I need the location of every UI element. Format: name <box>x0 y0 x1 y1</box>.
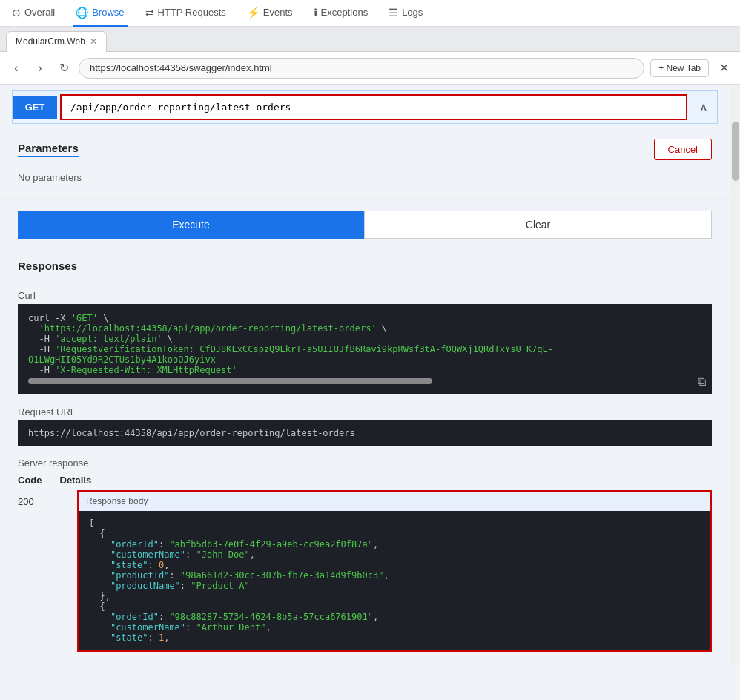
forward-button[interactable]: › <box>31 59 49 77</box>
nav-label-http: HTTP Requests <box>158 7 226 18</box>
response-table-header: Code Details <box>18 475 712 486</box>
rb-line-11: "customerName": "Arthur Dent", <box>89 622 700 633</box>
nav-item-http-requests[interactable]: ⇄ HTTP Requests <box>142 0 229 27</box>
back-button[interactable]: ‹ <box>7 59 25 77</box>
action-buttons: Execute Clear <box>18 211 712 239</box>
tab-close-icon[interactable]: ✕ <box>90 36 97 47</box>
rb-line-2: { <box>89 529 700 539</box>
tab-bar: ModularCrm.Web ✕ <box>0 27 740 52</box>
nav-item-logs[interactable]: ☰ Logs <box>386 0 426 27</box>
curl-line-3: -H 'accept: text/plain' \ <box>28 334 701 344</box>
overall-icon: ⊙ <box>12 7 21 19</box>
server-response-section: Server response Code Details 200 Respons… <box>18 458 712 652</box>
nav-item-exceptions[interactable]: ℹ Exceptions <box>311 0 371 27</box>
params-title: Parameters <box>18 142 79 157</box>
rb-line-8: }, <box>89 591 700 601</box>
params-section: Parameters Cancel No parameters <box>0 130 730 199</box>
curl-section: Curl curl -X 'GET' \ 'https://localhost:… <box>18 290 712 394</box>
rb-line-5: "state": 0, <box>89 560 700 570</box>
method-badge: GET <box>13 96 57 119</box>
rb-line-1: [ <box>89 518 700 529</box>
events-icon: ⚡ <box>247 7 260 19</box>
dock-icon[interactable]: ✕ <box>715 59 733 77</box>
request-url-box: https://localhost:44358/api/app/order-re… <box>18 420 712 446</box>
nav-label-events: Events <box>263 7 293 18</box>
response-body-container: Response body [ { "orderId": "abfb5db3-7… <box>77 490 712 652</box>
response-code: 200 <box>18 490 77 507</box>
responses-section: Responses <box>0 251 730 290</box>
nav-item-browse[interactable]: 🌐 Browse <box>73 0 127 27</box>
rb-line-9: { <box>89 601 700 612</box>
response-body-label: Response body <box>77 490 712 511</box>
server-response-label: Server response <box>18 458 712 469</box>
curl-line-2: 'https://localhost:44358/api/app/order-r… <box>28 323 701 334</box>
request-url-section: Request URL https://localhost:44358/api/… <box>18 406 712 446</box>
col-header-details: Details <box>60 475 92 486</box>
vertical-scrollbar[interactable] <box>730 85 740 664</box>
tab-label: ModularCrm.Web <box>16 36 85 47</box>
nav-item-events[interactable]: ⚡ Events <box>244 0 296 27</box>
no-params-text: No parameters <box>18 166 712 189</box>
refresh-button[interactable]: ↻ <box>55 59 73 77</box>
response-row: 200 Response body [ { "orderId": "abfb5d… <box>18 490 712 652</box>
request-url-label: Request URL <box>18 406 712 417</box>
browser-tab[interactable]: ModularCrm.Web ✕ <box>6 31 107 52</box>
nav-label-browse: Browse <box>92 7 124 18</box>
execute-button[interactable]: Execute <box>18 211 364 239</box>
curl-line-4: -H 'RequestVerificationToken: CfDJ8KLxCC… <box>28 344 701 365</box>
rb-line-7: "productName": "Product A" <box>89 581 700 591</box>
logs-icon: ☰ <box>389 7 398 19</box>
nav-label-exceptions: Exceptions <box>321 7 369 18</box>
responses-title: Responses <box>18 260 712 272</box>
rb-line-10: "orderId": "98c88287-5734-4624-8b5a-57cc… <box>89 612 700 622</box>
url-input[interactable] <box>79 58 644 79</box>
curl-line-5: -H 'X-Requested-With: XMLHttpRequest' <box>28 365 701 375</box>
curl-line-1: curl -X 'GET' \ <box>28 313 701 323</box>
swagger-panel: GET /api/app/order-reporting/latest-orde… <box>0 85 730 664</box>
horizontal-scrollbar[interactable] <box>28 378 432 384</box>
params-header: Parameters Cancel <box>18 139 712 160</box>
new-tab-button[interactable]: + New Tab <box>650 59 709 77</box>
cancel-button[interactable]: Cancel <box>654 139 712 160</box>
endpoint-path: /api/app/order-reporting/latest-orders <box>60 94 687 120</box>
copy-icon[interactable]: ⧉ <box>698 374 706 389</box>
rb-line-4: "customerName": "John Doe", <box>89 549 700 560</box>
http-icon: ⇄ <box>145 7 154 19</box>
clear-button[interactable]: Clear <box>364 211 712 239</box>
curl-label: Curl <box>18 290 712 301</box>
response-body-code: [ { "orderId": "abfb5db3-7e0f-4f29-a9eb-… <box>77 511 712 652</box>
curl-code-block: curl -X 'GET' \ 'https://localhost:44358… <box>18 304 712 394</box>
scrollbar-thumb <box>732 122 739 181</box>
rb-line-6: "productId": "98a661d2-30cc-307b-fb7e-3a… <box>89 570 700 581</box>
main-content: GET /api/app/order-reporting/latest-orde… <box>0 85 740 664</box>
endpoint-header[interactable]: GET /api/app/order-reporting/latest-orde… <box>12 90 718 124</box>
browse-icon: 🌐 <box>76 7 88 19</box>
nav-label-logs: Logs <box>402 7 423 18</box>
top-nav: ⊙ Overall 🌐 Browse ⇄ HTTP Requests ⚡ Eve… <box>0 0 740 27</box>
exceptions-icon: ℹ <box>314 7 317 19</box>
chevron-up-icon[interactable]: ∧ <box>690 94 717 120</box>
nav-item-overall[interactable]: ⊙ Overall <box>9 0 58 27</box>
rb-line-12: "state": 1, <box>89 633 700 643</box>
nav-label-overall: Overall <box>24 7 55 18</box>
rb-line-3: "orderId": "abfb5db3-7e0f-4f29-a9eb-cc9e… <box>89 539 700 549</box>
col-header-code: Code <box>18 475 42 486</box>
address-bar: ‹ › ↻ + New Tab ✕ <box>0 52 740 85</box>
